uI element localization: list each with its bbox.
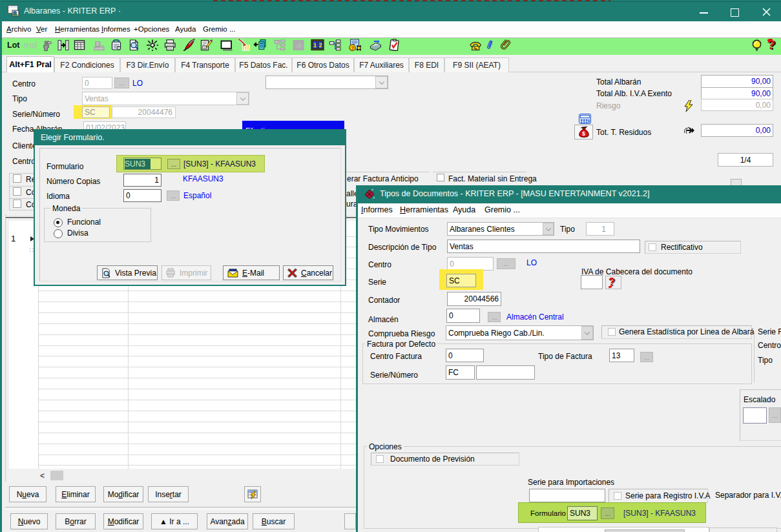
svg-text:2: 2	[319, 42, 322, 48]
svg-text:$: $	[582, 130, 585, 137]
svg-text:?: ?	[609, 276, 615, 287]
svg-text:1: 1	[313, 42, 317, 48]
svg-text:?: ?	[351, 45, 354, 51]
